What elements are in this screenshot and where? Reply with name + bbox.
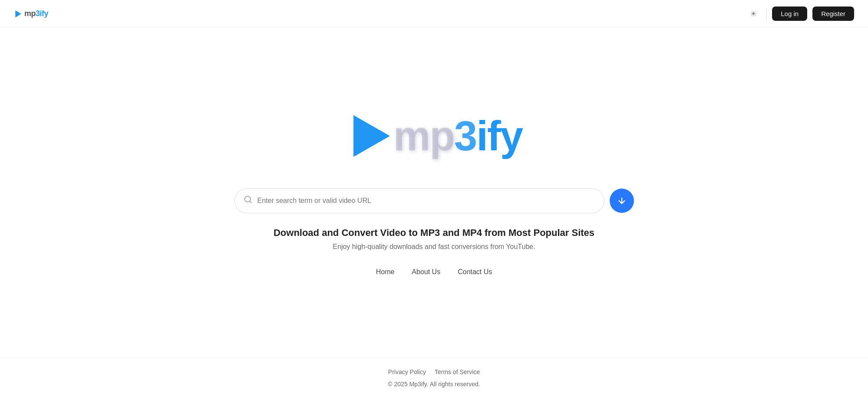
main-content: mp3ify Download and Convert Video to MP3… (0, 28, 868, 358)
footer-links: Privacy Policy Terms of Service (9, 368, 859, 375)
logo-small-icon (14, 10, 23, 18)
header-right: ☀ Log in Register (746, 6, 854, 22)
logo-big-icon (346, 110, 398, 162)
footer-nav: Home About Us Contact Us (376, 251, 492, 285)
svg-marker-1 (353, 115, 390, 157)
sun-icon: ☀ (750, 9, 757, 19)
tagline-title: Download and Convert Video to MP3 and MP… (274, 227, 594, 239)
search-submit-button[interactable] (610, 189, 634, 213)
footer: Privacy Policy Terms of Service © 2025 M… (0, 358, 868, 398)
search-input[interactable] (257, 197, 595, 205)
nav-contact[interactable]: Contact Us (458, 268, 492, 276)
vertical-divider (766, 9, 767, 19)
svg-marker-0 (15, 10, 21, 17)
terms-of-service-link[interactable]: Terms of Service (435, 368, 480, 375)
nav-home[interactable]: Home (376, 268, 395, 276)
search-container (234, 188, 634, 213)
logo-mp: mp (393, 113, 454, 159)
search-icon (244, 195, 252, 206)
svg-line-3 (249, 201, 251, 203)
logo-big: mp3ify (346, 110, 522, 162)
logo-big-text: mp3ify (393, 115, 522, 157)
download-icon (617, 196, 627, 206)
footer-copyright: © 2025 Mp3ify. All rights reserved. (9, 381, 859, 388)
login-button[interactable]: Log in (772, 7, 807, 21)
logo-three: 3 (454, 113, 476, 159)
logo-ify: ify (476, 113, 522, 159)
nav-about[interactable]: About Us (412, 268, 440, 276)
search-input-wrapper (234, 188, 604, 213)
logo-small[interactable]: mp3ify (14, 9, 48, 18)
header: mp3ify ☀ Log in Register (0, 0, 868, 28)
tagline-subtitle: Enjoy high-quality downloads and fast co… (333, 243, 535, 251)
logo-small-text: mp3ify (24, 9, 48, 18)
theme-toggle-button[interactable]: ☀ (746, 6, 761, 22)
privacy-policy-link[interactable]: Privacy Policy (388, 368, 426, 375)
register-button[interactable]: Register (812, 7, 854, 21)
